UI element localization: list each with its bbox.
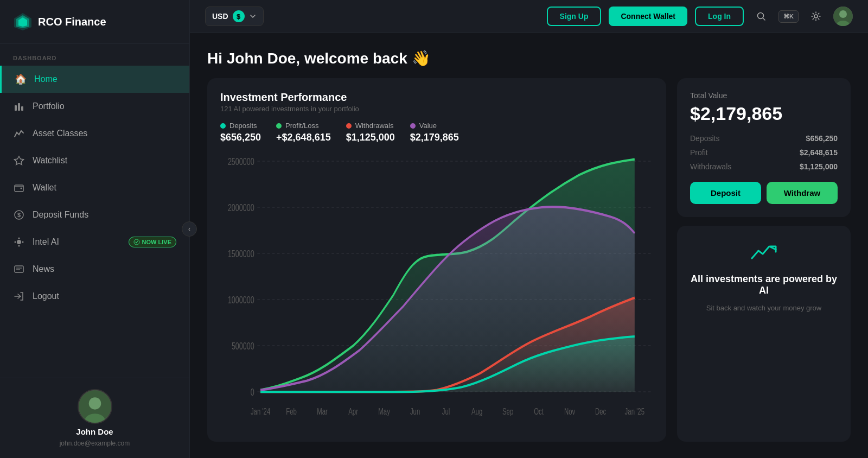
svg-text:1500000: 1500000 xyxy=(228,248,254,259)
chevron-icon xyxy=(249,12,257,20)
ai-powered-card: All investments are powered by AI Sit ba… xyxy=(677,226,851,442)
search-button[interactable] xyxy=(751,7,771,26)
svg-rect-17 xyxy=(15,266,23,272)
news-icon xyxy=(13,263,25,275)
legend-profit-loss: Profit/Loss +$2,648,615 xyxy=(276,122,331,143)
deposit-button[interactable]: Deposit xyxy=(690,182,761,204)
sidebar-item-logout[interactable]: Logout xyxy=(0,283,189,310)
svg-text:Nov: Nov xyxy=(564,406,576,417)
legend-withdrawals: Withdrawals $1,125,000 xyxy=(346,122,395,143)
settings-icon xyxy=(811,11,821,21)
svg-line-25 xyxy=(763,18,765,20)
sidebar-item-news-label: News xyxy=(33,264,54,274)
sidebar-item-news[interactable]: News xyxy=(0,256,189,283)
sidebar-item-portfolio[interactable]: Portfolio xyxy=(0,93,189,120)
sidebar-section-label: DASHBOARD xyxy=(0,44,189,66)
svg-marker-6 xyxy=(15,156,24,165)
performance-chart: 2500000 2000000 1500000 1000000 500000 0… xyxy=(220,152,653,429)
value-dot xyxy=(410,123,416,129)
currency-symbol: $ xyxy=(233,10,245,22)
profit-row-label: Profit xyxy=(690,148,708,157)
withdraw-button[interactable]: Withdraw xyxy=(767,182,838,204)
svg-rect-7 xyxy=(15,185,23,192)
svg-text:Sep: Sep xyxy=(502,406,513,417)
sidebar-item-deposit-funds[interactable]: $ Deposit Funds xyxy=(0,201,189,228)
legend-deposits: Deposits $656,250 xyxy=(220,122,261,143)
asset-classes-icon xyxy=(13,128,25,139)
page-content: Hi John Doe, welcome back 👋 Investment P… xyxy=(190,33,868,458)
deposit-funds-icon: $ xyxy=(13,209,25,221)
sidebar-item-deposit-label: Deposit Funds xyxy=(33,210,88,220)
card-actions: Deposit Withdraw xyxy=(690,182,838,204)
sidebar-collapse-button[interactable]: ‹ xyxy=(182,221,197,237)
svg-text:500000: 500000 xyxy=(232,340,254,351)
sidebar-item-home-label: Home xyxy=(34,74,58,84)
svg-rect-3 xyxy=(15,105,17,111)
deposits-row: Deposits $656,250 xyxy=(690,134,838,143)
profit-loss-value: +$2,648,615 xyxy=(276,132,331,143)
sidebar-item-watchlist[interactable]: Watchlist xyxy=(0,147,189,174)
sidebar-item-intel-ai-label: Intel AI xyxy=(33,237,59,247)
svg-text:$: $ xyxy=(17,212,21,218)
svg-point-8 xyxy=(21,188,22,189)
sidebar-item-asset-classes[interactable]: Asset Classes xyxy=(0,120,189,147)
withdrawals-row-value: $1,125,000 xyxy=(800,162,838,171)
currency-label: USD xyxy=(212,12,228,21)
withdrawals-row-label: Withdrawals xyxy=(690,162,731,171)
profit-loss-dot xyxy=(276,123,282,129)
svg-text:Feb: Feb xyxy=(286,406,297,417)
portfolio-icon xyxy=(13,100,25,112)
sidebar-item-intel-ai[interactable]: Intel AI NOW LIVE xyxy=(0,228,189,256)
svg-text:2000000: 2000000 xyxy=(228,202,254,213)
trending-up-icon xyxy=(751,241,777,267)
total-value-card: Total Value $2,179,865 Deposits $656,250… xyxy=(677,78,851,217)
intel-ai-icon xyxy=(13,236,25,248)
withdrawals-dot xyxy=(346,123,352,129)
sidebar-item-home[interactable]: 🏠 Home xyxy=(0,66,189,93)
svg-text:Jul: Jul xyxy=(442,406,450,417)
profit-row: Profit $2,648,615 xyxy=(690,148,838,157)
ai-card-title: All investments are powered by AI xyxy=(690,273,838,296)
app-name: RCO Finance xyxy=(38,16,106,28)
user-name: John Doe xyxy=(76,427,113,436)
sidebar-nav: 🏠 Home Portfolio Asset Classes Watchlist xyxy=(0,66,189,310)
sidebar-user-profile: John Doe john.doe@example.com xyxy=(0,378,189,458)
withdrawals-row: Withdrawals $1,125,000 xyxy=(690,162,838,171)
svg-text:1000000: 1000000 xyxy=(228,294,254,305)
svg-point-15 xyxy=(22,241,24,243)
chart-header: Investment Performance 121 AI powered in… xyxy=(220,91,653,113)
user-email: john.doe@example.com xyxy=(60,440,130,447)
watchlist-icon xyxy=(13,155,25,167)
svg-text:Jun: Jun xyxy=(410,406,420,417)
login-button[interactable]: Log In xyxy=(695,7,744,26)
chart-legend: Deposits $656,250 Profit/Loss +$2,648,61… xyxy=(220,122,653,143)
main-content: USD $ Sign Up Connect Wallet Log In ⌘K xyxy=(190,0,868,458)
currency-selector[interactable]: USD $ xyxy=(205,7,264,26)
sidebar-item-wallet[interactable]: Wallet xyxy=(0,174,189,201)
svg-point-12 xyxy=(18,238,20,239)
withdrawals-value: $1,125,000 xyxy=(346,132,395,143)
sidebar-item-asset-classes-label: Asset Classes xyxy=(33,129,87,138)
ai-card-description: Sit back and watch your money grow xyxy=(706,303,821,314)
svg-text:Mar: Mar xyxy=(317,406,328,417)
svg-point-13 xyxy=(18,245,20,247)
total-value-label: Total Value xyxy=(690,91,838,100)
svg-text:May: May xyxy=(378,406,390,417)
svg-point-11 xyxy=(17,240,21,244)
signup-button[interactable]: Sign Up xyxy=(547,7,602,26)
chart-area: 2500000 2000000 1500000 1000000 500000 0… xyxy=(220,152,653,429)
svg-point-28 xyxy=(839,10,847,18)
total-value-amount: $2,179,865 xyxy=(690,103,838,124)
content-grid: Investment Performance 121 AI powered in… xyxy=(207,78,851,442)
svg-text:Dec: Dec xyxy=(595,406,606,417)
settings-button[interactable] xyxy=(806,7,826,26)
now-live-badge: NOW LIVE xyxy=(129,237,176,247)
user-avatar-topbar[interactable] xyxy=(833,7,853,26)
deposits-label: Deposits xyxy=(229,122,257,130)
sidebar-item-watchlist-label: Watchlist xyxy=(33,156,67,166)
deposits-value: $656,250 xyxy=(220,132,261,143)
value-breakdown: Deposits $656,250 Profit $2,648,615 With… xyxy=(690,134,838,171)
connect-wallet-button[interactable]: Connect Wallet xyxy=(609,7,687,26)
svg-text:Jan '25: Jan '25 xyxy=(625,406,644,417)
app-logo-icon xyxy=(13,12,33,31)
